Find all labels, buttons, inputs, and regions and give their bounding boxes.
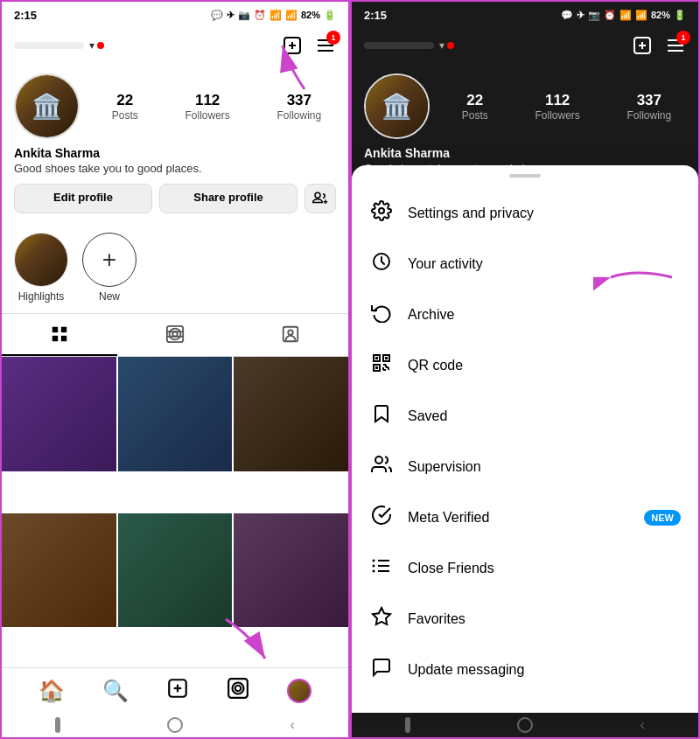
svg-point-47: [375, 457, 382, 464]
username-area-left: ▾: [14, 39, 282, 52]
search-nav-button[interactable]: 🔍: [102, 679, 129, 703]
telegram-icon-r: ✈: [577, 10, 584, 21]
saved-icon: [369, 403, 394, 429]
svg-rect-9: [61, 327, 66, 332]
svg-rect-36: [375, 357, 378, 359]
wifi-icon-r: 📶: [620, 10, 632, 21]
grid-cell-5[interactable]: [118, 513, 233, 628]
profile-nav-button[interactable]: [287, 679, 312, 703]
stat-posts-number: 22: [116, 92, 133, 109]
svg-point-33: [379, 208, 384, 213]
reels-nav-button[interactable]: [227, 677, 249, 705]
add-nav-button[interactable]: [166, 677, 189, 705]
back-nav-icon[interactable]: [55, 717, 60, 733]
stat-followers[interactable]: 112 Followers: [185, 92, 229, 122]
grid-cell-4[interactable]: [2, 513, 116, 628]
share-profile-button[interactable]: Share profile: [159, 184, 298, 213]
svg-point-24: [233, 682, 244, 694]
stat-following[interactable]: 337 Following: [276, 92, 321, 122]
sheet-item-favorites[interactable]: Favorites: [352, 594, 698, 645]
status-bar-left: 2:15 💬 ✈ 📷 ⏰ 📶 📶 82% 🔋: [2, 2, 348, 26]
home-nav-button[interactable]: 🏠: [38, 679, 65, 703]
recent-nav-icon-right[interactable]: ‹: [640, 717, 645, 733]
camera-icon-r: 📷: [588, 10, 600, 21]
time-left: 2:15: [14, 9, 37, 22]
sheet-item-activity[interactable]: Your activity: [352, 239, 698, 289]
nav-icons-right: 1: [632, 35, 686, 56]
sheet-item-qrcode[interactable]: QR code: [352, 340, 698, 391]
grid-cell-3[interactable]: [234, 357, 348, 471]
stat-followers-right[interactable]: 112 Followers: [535, 92, 579, 122]
svg-rect-11: [61, 336, 66, 341]
tab-tagged[interactable]: [233, 314, 348, 356]
archive-icon: [369, 302, 394, 328]
stat-followers-number: 112: [195, 92, 220, 109]
highlight-item-1[interactable]: + New: [82, 233, 136, 303]
activity-icon: [369, 251, 394, 277]
svg-rect-38: [385, 357, 388, 359]
svg-point-18: [288, 330, 293, 335]
stat-posts-label: Posts: [112, 109, 138, 122]
alarm-icon: ⏰: [254, 10, 266, 21]
tabs-row: [2, 313, 348, 357]
grid-cell-1[interactable]: [2, 357, 116, 471]
caret-icon: ▾: [89, 39, 94, 52]
status-icons-left: 💬 ✈ 📷 ⏰ 📶 📶 82% 🔋: [211, 10, 336, 21]
menu-button[interactable]: 1: [315, 35, 336, 56]
signal-icon-r: 📶: [635, 10, 648, 21]
sheet-item-meta-verified[interactable]: Meta Verified NEW: [352, 492, 698, 543]
grid-cell-2[interactable]: [118, 357, 233, 471]
home-nav-icon-right[interactable]: [517, 717, 533, 733]
stats-row-right: 22 Posts 112 Followers 337 Following: [447, 92, 686, 122]
sheet-item-messaging[interactable]: Update messaging: [352, 645, 698, 695]
battery-text: 82%: [301, 10, 320, 20]
sheet-item-supervision[interactable]: Supervision: [352, 442, 698, 492]
stat-posts[interactable]: 22 Posts: [112, 92, 138, 122]
add-friend-button[interactable]: [304, 184, 336, 213]
stat-following-label: Following: [276, 109, 321, 122]
recent-nav-icon[interactable]: ‹: [290, 717, 295, 733]
edit-profile-button[interactable]: Edit profile: [14, 184, 152, 213]
bottom-sheet: Settings and privacy Your activity Archi…: [352, 165, 698, 713]
avatar-left: 🏛️: [14, 73, 80, 139]
stat-followers-number-right: 112: [545, 92, 570, 109]
home-nav-icon[interactable]: [167, 717, 183, 733]
messaging-label: Update messaging: [408, 662, 524, 678]
sheet-item-close-friends[interactable]: Close Friends: [352, 543, 698, 594]
stat-posts-right[interactable]: 22 Posts: [462, 92, 488, 122]
username-text-right: [364, 42, 434, 49]
profile-name-right: Ankita Sharma: [364, 146, 686, 160]
svg-rect-40: [375, 366, 378, 369]
highlight-item-0[interactable]: Highlights: [14, 233, 68, 303]
svg-rect-10: [52, 336, 58, 341]
photo-grid: [2, 357, 348, 667]
add-post-button[interactable]: [282, 35, 303, 56]
sheet-item-saved[interactable]: Saved: [352, 391, 698, 442]
stat-following-right[interactable]: 337 Following: [626, 92, 671, 122]
notification-dot-right: [447, 42, 454, 49]
status-bar-right: 2:15 💬 ✈ 📷 ⏰ 📶 📶 82% 🔋: [352, 2, 698, 26]
sheet-item-archive[interactable]: Archive: [352, 289, 698, 340]
sheet-item-settings[interactable]: Settings and privacy: [352, 188, 698, 239]
top-nav-left: ▾ 1: [2, 26, 348, 65]
meta-verified-label: Meta Verified: [408, 510, 489, 526]
stat-followers-label: Followers: [185, 109, 229, 122]
time-right: 2:15: [364, 9, 387, 22]
supervision-icon: [369, 454, 394, 480]
top-nav-right: ▾ 1: [352, 26, 698, 65]
stat-following-number-right: 337: [637, 92, 662, 109]
tab-grid[interactable]: [2, 314, 117, 356]
stat-following-number: 337: [287, 92, 312, 109]
dropdown-area[interactable]: ▾: [89, 39, 104, 52]
dropdown-area-right[interactable]: ▾: [439, 39, 454, 52]
back-nav-icon-right[interactable]: [405, 717, 410, 733]
tab-reels[interactable]: [117, 314, 233, 356]
caret-icon-right: ▾: [439, 39, 444, 52]
menu-button-right[interactable]: 1: [665, 35, 686, 56]
profile-name-left: Ankita Sharma: [14, 146, 336, 160]
battery-icon: 🔋: [324, 10, 336, 21]
add-post-button-right[interactable]: [632, 35, 653, 56]
grid-cell-6[interactable]: [234, 513, 348, 628]
highlight-label-0: Highlights: [18, 290, 65, 303]
supervision-label: Supervision: [408, 459, 481, 475]
